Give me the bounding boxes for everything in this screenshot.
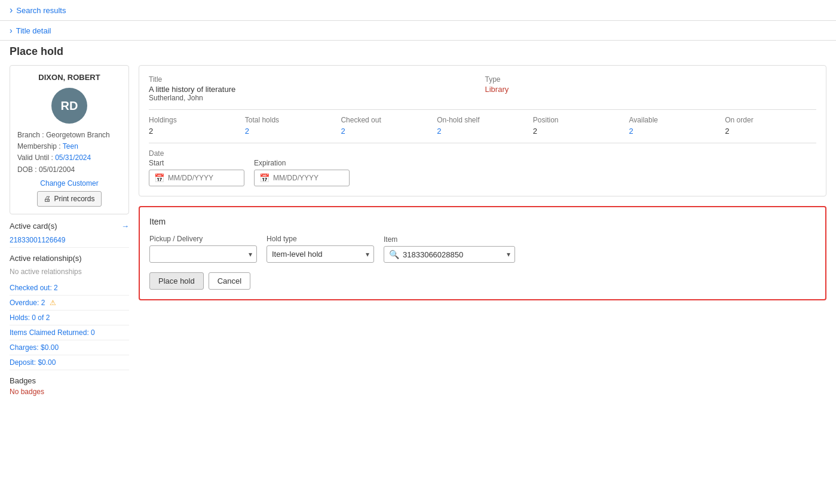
title-type-grid: Title A little history of literature Sut… xyxy=(149,75,816,102)
item-field: Item 🔍 ▾ xyxy=(384,235,515,263)
search-results-icon: › xyxy=(10,5,13,16)
no-badges: No badges xyxy=(10,388,129,396)
charges-stat: Charges: $0.00 xyxy=(10,340,129,355)
top-nav: › Search results xyxy=(0,0,836,21)
right-panel: Title A little history of literature Sut… xyxy=(139,65,826,396)
patron-stats: Active card(s) → 21833001126649 Active r… xyxy=(10,222,129,396)
title-block: Title A little history of literature Sut… xyxy=(149,75,480,102)
hold-type-field: Hold type Item-level hold Title-level ho… xyxy=(267,235,374,263)
expiration-date-input[interactable] xyxy=(273,174,344,182)
holds-link[interactable]: Holds: 0 of 2 xyxy=(10,314,50,322)
items-claimed-stat: Items Claimed Returned: 0 xyxy=(10,325,129,340)
left-panel: DIXON, ROBERT RD Branch : Georgetown Bra… xyxy=(10,65,129,396)
title-value: A little history of literature xyxy=(149,85,480,94)
hold-type-select-wrap: Item-level hold Title-level hold ▾ xyxy=(267,245,374,263)
position-col: Position 2 xyxy=(533,116,624,136)
charges-link[interactable]: Charges: $0.00 xyxy=(10,343,59,352)
holdings-grid: Holdings 2 Total holds 2 Checked out 2 O… xyxy=(149,116,816,136)
printer-icon: 🖨 xyxy=(44,195,51,203)
card-number-link[interactable]: 21833001126649 xyxy=(10,236,65,244)
checked-out-link[interactable]: Checked out: 2 xyxy=(10,284,58,292)
start-date-field: Start 📅 xyxy=(149,159,244,186)
patron-info: Branch : Georgetown Branch Membership : … xyxy=(17,130,121,176)
date-row: Start 📅 Expiration 📅 xyxy=(149,159,816,186)
patron-membership: Membership : Teen xyxy=(17,141,121,152)
overdue-stat: Overdue: 2 ⚠ xyxy=(10,296,129,311)
item-fields: Pickup / Delivery ▾ Hold type Item-level… xyxy=(149,235,816,263)
title-section: Title A little history of literature Sut… xyxy=(139,65,826,196)
divider-2 xyxy=(149,143,816,143)
position-label: Position xyxy=(533,116,624,124)
available-col: Available 2 xyxy=(629,116,721,136)
items-claimed-link[interactable]: Items Claimed Returned: 0 xyxy=(10,328,95,337)
calendar-icon-expiration: 📅 xyxy=(259,173,270,183)
total-holds-value: 2 xyxy=(245,127,336,136)
overdue-warning-icon: ⚠ xyxy=(50,299,56,307)
card-number: 21833001126649 xyxy=(10,233,129,248)
item-chevron-icon: ▾ xyxy=(507,250,510,259)
checked-out-holdings-label: Checked out xyxy=(341,116,432,124)
expiration-date-input-wrap: 📅 xyxy=(254,170,350,186)
deposit-stat: Deposit: $0.00 xyxy=(10,355,129,370)
total-holds-label: Total holds xyxy=(245,116,336,124)
title-label: Title xyxy=(149,75,480,84)
page-title: Place hold xyxy=(0,41,836,65)
on-order-label: On order xyxy=(725,116,816,124)
total-holds-col: Total holds 2 xyxy=(245,116,336,136)
checked-out-holdings-value: 2 xyxy=(341,127,432,136)
checked-out-stat: Checked out: 2 xyxy=(10,281,129,296)
type-value: Library xyxy=(485,85,817,94)
expiration-label: Expiration xyxy=(254,159,350,167)
item-section: Item Pickup / Delivery ▾ Hold type xyxy=(139,206,826,300)
on-order-col: On order 2 xyxy=(725,116,816,136)
type-label: Type xyxy=(485,75,817,84)
on-hold-shelf-col: On-hold shelf 2 xyxy=(437,116,528,136)
start-date-input[interactable] xyxy=(168,174,239,182)
holdings-col: Holdings 2 xyxy=(149,116,240,136)
cancel-button[interactable]: Cancel xyxy=(209,272,250,290)
hold-type-label: Hold type xyxy=(267,235,374,243)
date-section-label: Date xyxy=(149,149,816,158)
action-buttons: Place hold Cancel xyxy=(149,272,816,290)
patron-branch: Branch : Georgetown Branch xyxy=(17,130,121,141)
author-value: Sutherland, John xyxy=(149,94,480,102)
start-label: Start xyxy=(149,159,244,167)
breadcrumb-icon: › xyxy=(10,26,13,35)
position-value: 2 xyxy=(533,127,624,136)
on-hold-shelf-label: On-hold shelf xyxy=(437,116,528,124)
active-cards-arrow[interactable]: → xyxy=(121,222,129,231)
valid-until-link[interactable]: 05/31/2024 xyxy=(55,153,91,162)
holds-stat: Holds: 0 of 2 xyxy=(10,311,129,325)
main-layout: DIXON, ROBERT RD Branch : Georgetown Bra… xyxy=(0,65,836,396)
patron-valid: Valid Until : 05/31/2024 xyxy=(17,152,121,164)
breadcrumb-title-detail[interactable]: Title detail xyxy=(16,26,51,35)
patron-name: DIXON, ROBERT xyxy=(17,73,121,82)
item-input[interactable] xyxy=(403,250,503,259)
pickup-field: Pickup / Delivery ▾ xyxy=(149,235,257,263)
active-relationships-header: Active relationship(s) xyxy=(10,254,129,263)
available-value: 2 xyxy=(629,127,721,136)
on-order-value: 2 xyxy=(725,127,816,136)
available-label: Available xyxy=(629,116,721,124)
holdings-label: Holdings xyxy=(149,116,240,124)
change-customer-link[interactable]: Change Customer xyxy=(17,179,121,188)
divider-1 xyxy=(149,109,816,110)
item-label: Item xyxy=(384,235,515,244)
patron-dob: DOB : 05/01/2004 xyxy=(17,164,121,176)
badges-section: Badges No badges xyxy=(10,376,129,396)
membership-link[interactable]: Teen xyxy=(63,142,78,150)
start-date-input-wrap: 📅 xyxy=(149,170,244,186)
print-records-button[interactable]: 🖨 Print records xyxy=(37,191,101,207)
search-results-link[interactable]: Search results xyxy=(16,6,66,15)
deposit-link[interactable]: Deposit: $0.00 xyxy=(10,358,56,367)
expiration-date-field: Expiration 📅 xyxy=(254,159,350,186)
no-relationships: No active relationships xyxy=(10,265,129,281)
pickup-select-wrap: ▾ xyxy=(149,245,257,263)
overdue-link[interactable]: Overdue: 2 xyxy=(10,299,47,307)
on-hold-shelf-value: 2 xyxy=(437,127,528,136)
place-hold-button[interactable]: Place hold xyxy=(149,272,204,290)
pickup-select[interactable] xyxy=(149,245,257,263)
item-section-title: Item xyxy=(149,217,816,226)
hold-type-select[interactable]: Item-level hold Title-level hold xyxy=(267,245,374,263)
calendar-icon-start: 📅 xyxy=(154,173,164,183)
